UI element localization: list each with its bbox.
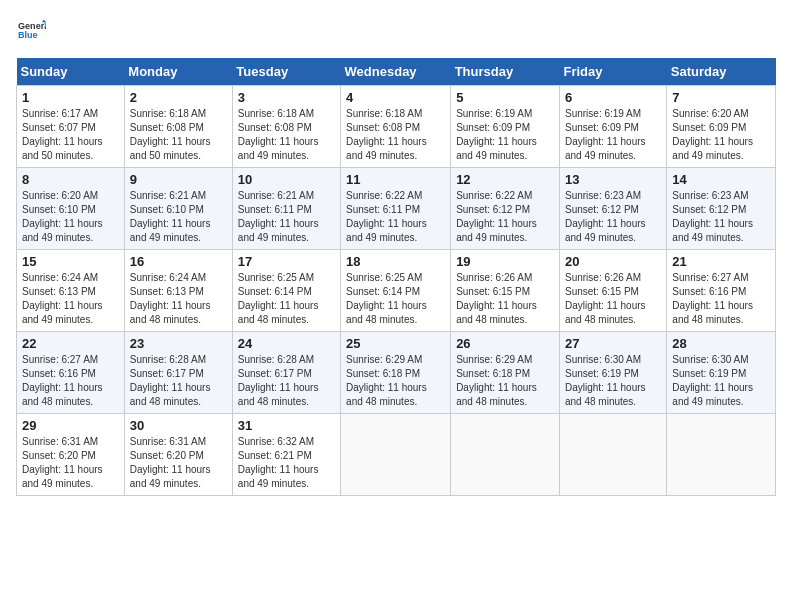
calendar-cell: 17Sunrise: 6:25 AM Sunset: 6:14 PM Dayli… <box>232 250 340 332</box>
day-number: 12 <box>456 172 554 187</box>
day-number: 8 <box>22 172 119 187</box>
day-number: 1 <box>22 90 119 105</box>
calendar-cell: 11Sunrise: 6:22 AM Sunset: 6:11 PM Dayli… <box>341 168 451 250</box>
calendar-cell: 19Sunrise: 6:26 AM Sunset: 6:15 PM Dayli… <box>451 250 560 332</box>
calendar-cell: 15Sunrise: 6:24 AM Sunset: 6:13 PM Dayli… <box>17 250 125 332</box>
calendar-cell: 25Sunrise: 6:29 AM Sunset: 6:18 PM Dayli… <box>341 332 451 414</box>
day-info: Sunrise: 6:19 AM Sunset: 6:09 PM Dayligh… <box>456 107 554 163</box>
day-number: 5 <box>456 90 554 105</box>
svg-text:Blue: Blue <box>18 30 38 40</box>
calendar-cell: 24Sunrise: 6:28 AM Sunset: 6:17 PM Dayli… <box>232 332 340 414</box>
day-info: Sunrise: 6:18 AM Sunset: 6:08 PM Dayligh… <box>346 107 445 163</box>
day-info: Sunrise: 6:30 AM Sunset: 6:19 PM Dayligh… <box>672 353 770 409</box>
day-info: Sunrise: 6:18 AM Sunset: 6:08 PM Dayligh… <box>238 107 335 163</box>
day-info: Sunrise: 6:29 AM Sunset: 6:18 PM Dayligh… <box>456 353 554 409</box>
weekday-header-monday: Monday <box>124 58 232 86</box>
calendar-cell: 10Sunrise: 6:21 AM Sunset: 6:11 PM Dayli… <box>232 168 340 250</box>
calendar-cell: 3Sunrise: 6:18 AM Sunset: 6:08 PM Daylig… <box>232 86 340 168</box>
calendar-cell: 16Sunrise: 6:24 AM Sunset: 6:13 PM Dayli… <box>124 250 232 332</box>
day-number: 20 <box>565 254 661 269</box>
calendar-cell: 26Sunrise: 6:29 AM Sunset: 6:18 PM Dayli… <box>451 332 560 414</box>
day-number: 2 <box>130 90 227 105</box>
day-number: 29 <box>22 418 119 433</box>
day-number: 22 <box>22 336 119 351</box>
calendar-cell <box>341 414 451 496</box>
day-info: Sunrise: 6:26 AM Sunset: 6:15 PM Dayligh… <box>456 271 554 327</box>
day-info: Sunrise: 6:23 AM Sunset: 6:12 PM Dayligh… <box>672 189 770 245</box>
day-number: 25 <box>346 336 445 351</box>
day-info: Sunrise: 6:23 AM Sunset: 6:12 PM Dayligh… <box>565 189 661 245</box>
day-number: 31 <box>238 418 335 433</box>
calendar-cell: 9Sunrise: 6:21 AM Sunset: 6:10 PM Daylig… <box>124 168 232 250</box>
day-number: 11 <box>346 172 445 187</box>
calendar-cell: 6Sunrise: 6:19 AM Sunset: 6:09 PM Daylig… <box>559 86 666 168</box>
weekday-header-wednesday: Wednesday <box>341 58 451 86</box>
day-number: 30 <box>130 418 227 433</box>
calendar-cell: 5Sunrise: 6:19 AM Sunset: 6:09 PM Daylig… <box>451 86 560 168</box>
day-number: 16 <box>130 254 227 269</box>
day-number: 24 <box>238 336 335 351</box>
calendar-cell: 7Sunrise: 6:20 AM Sunset: 6:09 PM Daylig… <box>667 86 776 168</box>
day-number: 18 <box>346 254 445 269</box>
day-info: Sunrise: 6:27 AM Sunset: 6:16 PM Dayligh… <box>22 353 119 409</box>
day-info: Sunrise: 6:22 AM Sunset: 6:11 PM Dayligh… <box>346 189 445 245</box>
page-header: General Blue <box>16 16 776 48</box>
day-info: Sunrise: 6:25 AM Sunset: 6:14 PM Dayligh… <box>346 271 445 327</box>
day-number: 6 <box>565 90 661 105</box>
calendar-cell <box>559 414 666 496</box>
day-number: 7 <box>672 90 770 105</box>
day-info: Sunrise: 6:28 AM Sunset: 6:17 PM Dayligh… <box>130 353 227 409</box>
calendar-cell: 18Sunrise: 6:25 AM Sunset: 6:14 PM Dayli… <box>341 250 451 332</box>
calendar-cell: 12Sunrise: 6:22 AM Sunset: 6:12 PM Dayli… <box>451 168 560 250</box>
day-info: Sunrise: 6:26 AM Sunset: 6:15 PM Dayligh… <box>565 271 661 327</box>
calendar-cell: 23Sunrise: 6:28 AM Sunset: 6:17 PM Dayli… <box>124 332 232 414</box>
calendar-cell <box>451 414 560 496</box>
weekday-header-sunday: Sunday <box>17 58 125 86</box>
day-number: 21 <box>672 254 770 269</box>
day-info: Sunrise: 6:31 AM Sunset: 6:20 PM Dayligh… <box>22 435 119 491</box>
calendar-cell: 1Sunrise: 6:17 AM Sunset: 6:07 PM Daylig… <box>17 86 125 168</box>
calendar-cell: 4Sunrise: 6:18 AM Sunset: 6:08 PM Daylig… <box>341 86 451 168</box>
day-number: 14 <box>672 172 770 187</box>
day-number: 10 <box>238 172 335 187</box>
day-info: Sunrise: 6:17 AM Sunset: 6:07 PM Dayligh… <box>22 107 119 163</box>
day-info: Sunrise: 6:31 AM Sunset: 6:20 PM Dayligh… <box>130 435 227 491</box>
day-number: 28 <box>672 336 770 351</box>
calendar-cell: 14Sunrise: 6:23 AM Sunset: 6:12 PM Dayli… <box>667 168 776 250</box>
calendar-cell: 8Sunrise: 6:20 AM Sunset: 6:10 PM Daylig… <box>17 168 125 250</box>
weekday-header-friday: Friday <box>559 58 666 86</box>
day-info: Sunrise: 6:24 AM Sunset: 6:13 PM Dayligh… <box>22 271 119 327</box>
calendar-table: SundayMondayTuesdayWednesdayThursdayFrid… <box>16 58 776 496</box>
calendar-cell: 20Sunrise: 6:26 AM Sunset: 6:15 PM Dayli… <box>559 250 666 332</box>
day-info: Sunrise: 6:24 AM Sunset: 6:13 PM Dayligh… <box>130 271 227 327</box>
calendar-cell: 29Sunrise: 6:31 AM Sunset: 6:20 PM Dayli… <box>17 414 125 496</box>
day-info: Sunrise: 6:29 AM Sunset: 6:18 PM Dayligh… <box>346 353 445 409</box>
day-number: 9 <box>130 172 227 187</box>
day-info: Sunrise: 6:32 AM Sunset: 6:21 PM Dayligh… <box>238 435 335 491</box>
calendar-cell <box>667 414 776 496</box>
day-info: Sunrise: 6:28 AM Sunset: 6:17 PM Dayligh… <box>238 353 335 409</box>
day-info: Sunrise: 6:25 AM Sunset: 6:14 PM Dayligh… <box>238 271 335 327</box>
day-info: Sunrise: 6:30 AM Sunset: 6:19 PM Dayligh… <box>565 353 661 409</box>
day-info: Sunrise: 6:19 AM Sunset: 6:09 PM Dayligh… <box>565 107 661 163</box>
day-number: 19 <box>456 254 554 269</box>
day-number: 3 <box>238 90 335 105</box>
weekday-header-tuesday: Tuesday <box>232 58 340 86</box>
logo: General Blue <box>16 16 46 48</box>
day-number: 4 <box>346 90 445 105</box>
calendar-cell: 22Sunrise: 6:27 AM Sunset: 6:16 PM Dayli… <box>17 332 125 414</box>
calendar-cell: 13Sunrise: 6:23 AM Sunset: 6:12 PM Dayli… <box>559 168 666 250</box>
calendar-cell: 28Sunrise: 6:30 AM Sunset: 6:19 PM Dayli… <box>667 332 776 414</box>
calendar-cell: 27Sunrise: 6:30 AM Sunset: 6:19 PM Dayli… <box>559 332 666 414</box>
calendar-cell: 2Sunrise: 6:18 AM Sunset: 6:08 PM Daylig… <box>124 86 232 168</box>
day-info: Sunrise: 6:20 AM Sunset: 6:10 PM Dayligh… <box>22 189 119 245</box>
calendar-cell: 30Sunrise: 6:31 AM Sunset: 6:20 PM Dayli… <box>124 414 232 496</box>
day-info: Sunrise: 6:21 AM Sunset: 6:10 PM Dayligh… <box>130 189 227 245</box>
weekday-header-thursday: Thursday <box>451 58 560 86</box>
day-number: 15 <box>22 254 119 269</box>
day-info: Sunrise: 6:20 AM Sunset: 6:09 PM Dayligh… <box>672 107 770 163</box>
day-number: 27 <box>565 336 661 351</box>
day-info: Sunrise: 6:27 AM Sunset: 6:16 PM Dayligh… <box>672 271 770 327</box>
day-info: Sunrise: 6:21 AM Sunset: 6:11 PM Dayligh… <box>238 189 335 245</box>
calendar-cell: 21Sunrise: 6:27 AM Sunset: 6:16 PM Dayli… <box>667 250 776 332</box>
